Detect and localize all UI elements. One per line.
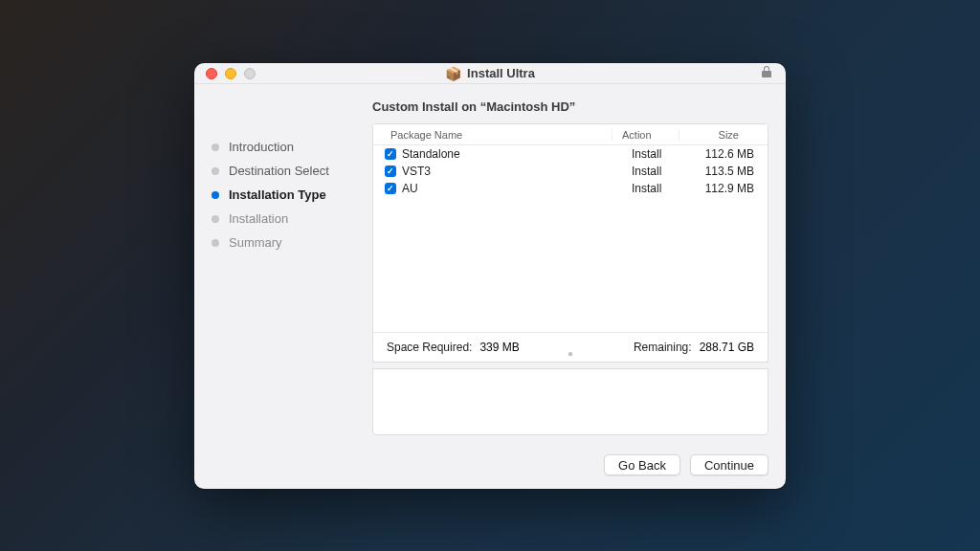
space-required-value: 339 MB <box>479 341 519 354</box>
close-button[interactable] <box>206 68 217 79</box>
step-installation-type: Installation Type <box>212 187 357 202</box>
minimize-button[interactable] <box>225 68 236 79</box>
checkbox-au[interactable]: ✓ <box>385 183 396 194</box>
remaining-label: Remaining: <box>634 341 692 354</box>
main-content: Custom Install on “Macintosh HD” Package… <box>372 99 768 435</box>
column-size[interactable]: Size <box>679 129 748 141</box>
step-installation: Installation <box>212 211 357 226</box>
sidebar: Introduction Destination Select Installa… <box>212 99 357 435</box>
table-row[interactable]: ✓ Standalone Install 112.6 MB <box>373 145 768 163</box>
table-body: ✓ Standalone Install 112.6 MB ✓ VST3 <box>373 145 768 332</box>
table-row[interactable]: ✓ AU Install 112.9 MB <box>373 180 768 197</box>
titlebar: 📦 Install Ultra <box>194 63 786 84</box>
package-size: 112.9 MB <box>689 182 758 195</box>
step-label: Installation <box>229 211 288 226</box>
installer-window: 📦 Install Ultra Introduction Destination… <box>194 63 786 489</box>
checkbox-standalone[interactable]: ✓ <box>385 148 396 160</box>
window-title: Install Ultra <box>467 66 535 80</box>
package-action: Install <box>622 182 689 195</box>
checkbox-vst3[interactable]: ✓ <box>385 165 396 177</box>
step-label: Installation Type <box>229 187 326 202</box>
step-summary: Summary <box>212 235 357 250</box>
step-bullet-icon <box>212 143 219 151</box>
step-label: Summary <box>229 235 282 250</box>
remaining-value: 288.71 GB <box>700 341 754 354</box>
step-label: Destination Select <box>229 164 329 178</box>
description-panel: ● <box>372 368 768 435</box>
package-name: VST3 <box>402 165 431 178</box>
package-name: AU <box>402 182 418 195</box>
go-back-button[interactable]: Go Back <box>604 454 680 475</box>
step-bullet-icon <box>212 239 219 247</box>
lock-icon[interactable] <box>761 65 772 81</box>
step-bullet-icon <box>212 191 219 199</box>
package-table: Package Name Action Size ✓ Standalone In… <box>372 123 768 333</box>
package-size: 113.5 MB <box>689 165 758 178</box>
step-introduction: Introduction <box>212 140 357 154</box>
footer: Go Back Continue <box>212 451 768 475</box>
traffic-lights <box>206 68 256 79</box>
column-action[interactable]: Action <box>612 129 679 141</box>
package-name: Standalone <box>402 147 460 161</box>
maximize-button <box>244 68 256 79</box>
step-label: Introduction <box>229 140 294 154</box>
step-bullet-icon <box>212 215 219 223</box>
step-destination-select: Destination Select <box>212 164 357 178</box>
resize-handle-icon[interactable]: ● <box>568 348 573 359</box>
space-required-label: Space Required: <box>387 341 472 354</box>
continue-button[interactable]: Continue <box>690 454 768 475</box>
step-bullet-icon <box>212 167 219 175</box>
table-row[interactable]: ✓ VST3 Install 113.5 MB <box>373 163 768 180</box>
column-package-name[interactable]: Package Name <box>373 129 612 141</box>
page-heading: Custom Install on “Macintosh HD” <box>372 99 768 114</box>
window-title-group: 📦 Install Ultra <box>445 66 535 81</box>
package-action: Install <box>622 147 689 161</box>
package-icon: 📦 <box>445 66 461 81</box>
table-header: Package Name Action Size <box>373 124 768 145</box>
package-action: Install <box>622 165 689 178</box>
package-size: 112.6 MB <box>689 147 758 161</box>
